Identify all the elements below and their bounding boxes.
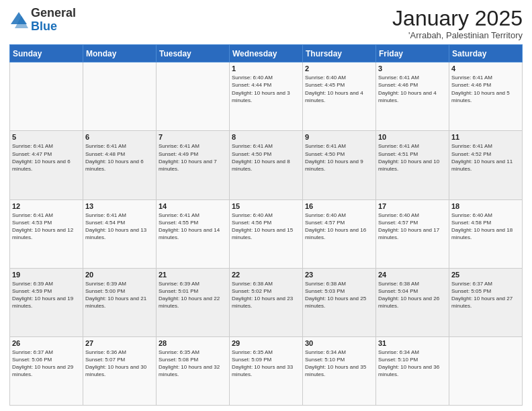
day-cell: 22Sunrise: 6:38 AM Sunset: 5:02 PM Dayli… [230,268,303,336]
week-row-2: 12Sunrise: 6:41 AM Sunset: 4:53 PM Dayli… [10,199,523,268]
day-number: 31 [378,339,447,347]
day-info: Sunrise: 6:39 AM Sunset: 4:59 PM Dayligh… [12,280,81,310]
day-info: Sunrise: 6:40 AM Sunset: 4:57 PM Dayligh… [378,212,447,242]
day-info: Sunrise: 6:40 AM Sunset: 4:58 PM Dayligh… [451,212,520,242]
day-info: Sunrise: 6:40 AM Sunset: 4:57 PM Dayligh… [305,212,373,242]
day-info: Sunrise: 6:41 AM Sunset: 4:55 PM Dayligh… [159,212,227,242]
day-cell: 29Sunrise: 6:35 AM Sunset: 5:09 PM Dayli… [230,336,303,405]
logo-icon [9,11,28,30]
day-number: 26 [12,339,81,347]
title-block: January 2025 'Arrabah, Palestinian Terri… [392,7,523,40]
day-cell: 7Sunrise: 6:41 AM Sunset: 4:49 PM Daylig… [157,131,230,199]
day-cell: 4Sunrise: 6:41 AM Sunset: 4:46 PM Daylig… [449,62,523,131]
day-number: 16 [305,202,373,210]
day-info: Sunrise: 6:41 AM Sunset: 4:50 PM Dayligh… [305,142,373,173]
day-cell: 10Sunrise: 6:41 AM Sunset: 4:51 PM Dayli… [376,131,449,199]
day-info: Sunrise: 6:41 AM Sunset: 4:47 PM Dayligh… [12,142,81,173]
day-number: 28 [159,339,227,347]
logo-general: General [31,7,76,20]
day-info: Sunrise: 6:41 AM Sunset: 4:51 PM Dayligh… [378,142,447,173]
day-cell: 12Sunrise: 6:41 AM Sunset: 4:53 PM Dayli… [10,199,83,268]
day-cell: 5Sunrise: 6:41 AM Sunset: 4:47 PM Daylig… [10,131,83,199]
day-info: Sunrise: 6:38 AM Sunset: 5:03 PM Dayligh… [305,280,373,310]
day-info: Sunrise: 6:41 AM Sunset: 4:46 PM Dayligh… [451,74,520,104]
logo-blue: Blue [31,20,76,34]
day-number: 2 [305,64,373,73]
day-info: Sunrise: 6:37 AM Sunset: 5:06 PM Dayligh… [12,349,81,379]
day-number: 9 [305,133,373,141]
day-info: Sunrise: 6:41 AM Sunset: 4:52 PM Dayligh… [451,142,520,173]
day-cell [449,336,523,405]
day-info: Sunrise: 6:36 AM Sunset: 5:07 PM Dayligh… [85,349,154,379]
day-number: 11 [451,133,520,141]
day-number: 10 [378,133,447,141]
week-row-4: 26Sunrise: 6:37 AM Sunset: 5:06 PM Dayli… [10,336,523,405]
header: General Blue January 2025 'Arrabah, Pale… [9,7,523,40]
day-cell: 18Sunrise: 6:40 AM Sunset: 4:58 PM Dayli… [449,199,523,268]
day-number: 20 [85,271,154,279]
weekday-header-thursday: Thursday [303,45,376,62]
logo-text: General Blue [31,7,76,34]
day-number: 18 [451,202,520,210]
day-info: Sunrise: 6:35 AM Sunset: 5:08 PM Dayligh… [159,349,227,379]
day-number: 30 [305,339,373,347]
day-cell [157,62,230,131]
day-number: 25 [451,271,520,279]
day-cell: 6Sunrise: 6:41 AM Sunset: 4:48 PM Daylig… [83,131,157,199]
day-info: Sunrise: 6:38 AM Sunset: 5:04 PM Dayligh… [378,280,447,310]
day-info: Sunrise: 6:41 AM Sunset: 4:53 PM Dayligh… [12,212,81,242]
day-number: 1 [232,64,300,73]
day-number: 24 [378,271,447,279]
day-number: 23 [305,271,373,279]
day-cell: 2Sunrise: 6:40 AM Sunset: 4:45 PM Daylig… [303,62,376,131]
day-cell: 1Sunrise: 6:40 AM Sunset: 4:44 PM Daylig… [230,62,303,131]
day-number: 29 [232,339,300,347]
day-number: 3 [378,64,447,73]
day-info: Sunrise: 6:39 AM Sunset: 5:01 PM Dayligh… [159,280,227,310]
day-cell [83,62,157,131]
weekday-header-wednesday: Wednesday [230,45,303,62]
day-cell: 19Sunrise: 6:39 AM Sunset: 4:59 PM Dayli… [10,268,83,336]
day-info: Sunrise: 6:34 AM Sunset: 5:10 PM Dayligh… [378,349,447,379]
day-number: 15 [232,202,300,210]
day-info: Sunrise: 6:41 AM Sunset: 4:54 PM Dayligh… [85,212,154,242]
day-cell: 17Sunrise: 6:40 AM Sunset: 4:57 PM Dayli… [376,199,449,268]
day-number: 14 [159,202,227,210]
day-cell: 13Sunrise: 6:41 AM Sunset: 4:54 PM Dayli… [83,199,157,268]
day-info: Sunrise: 6:40 AM Sunset: 4:45 PM Dayligh… [305,74,373,104]
weekday-header-row: SundayMondayTuesdayWednesdayThursdayFrid… [10,45,523,62]
month-title: January 2025 [392,7,523,30]
day-info: Sunrise: 6:37 AM Sunset: 5:05 PM Dayligh… [451,280,520,310]
day-cell: 9Sunrise: 6:41 AM Sunset: 4:50 PM Daylig… [303,131,376,199]
week-row-3: 19Sunrise: 6:39 AM Sunset: 4:59 PM Dayli… [10,268,523,336]
day-cell: 25Sunrise: 6:37 AM Sunset: 5:05 PM Dayli… [449,268,523,336]
day-cell: 23Sunrise: 6:38 AM Sunset: 5:03 PM Dayli… [303,268,376,336]
day-cell: 3Sunrise: 6:41 AM Sunset: 4:46 PM Daylig… [376,62,449,131]
day-number: 7 [159,133,227,141]
day-number: 27 [85,339,154,347]
day-info: Sunrise: 6:34 AM Sunset: 5:10 PM Dayligh… [305,349,373,379]
day-cell: 24Sunrise: 6:38 AM Sunset: 5:04 PM Dayli… [376,268,449,336]
day-info: Sunrise: 6:35 AM Sunset: 5:09 PM Dayligh… [232,349,300,379]
day-info: Sunrise: 6:41 AM Sunset: 4:49 PM Dayligh… [159,142,227,173]
day-cell: 8Sunrise: 6:41 AM Sunset: 4:50 PM Daylig… [230,131,303,199]
day-number: 17 [378,202,447,210]
week-row-0: 1Sunrise: 6:40 AM Sunset: 4:44 PM Daylig… [10,62,523,131]
day-info: Sunrise: 6:41 AM Sunset: 4:46 PM Dayligh… [378,74,447,104]
subtitle: 'Arrabah, Palestinian Territory [392,30,523,40]
day-number: 19 [12,271,81,279]
day-number: 4 [451,64,520,73]
weekday-header-friday: Friday [376,45,449,62]
day-cell: 11Sunrise: 6:41 AM Sunset: 4:52 PM Dayli… [449,131,523,199]
day-number: 6 [85,133,154,141]
day-cell: 15Sunrise: 6:40 AM Sunset: 4:56 PM Dayli… [230,199,303,268]
day-cell: 14Sunrise: 6:41 AM Sunset: 4:55 PM Dayli… [157,199,230,268]
day-info: Sunrise: 6:40 AM Sunset: 4:56 PM Dayligh… [232,212,300,242]
day-number: 22 [232,271,300,279]
calendar-table: SundayMondayTuesdayWednesdayThursdayFrid… [9,44,523,406]
day-number: 8 [232,133,300,141]
weekday-header-sunday: Sunday [10,45,83,62]
day-cell: 30Sunrise: 6:34 AM Sunset: 5:10 PM Dayli… [303,336,376,405]
weekday-header-tuesday: Tuesday [157,45,230,62]
day-info: Sunrise: 6:41 AM Sunset: 4:50 PM Dayligh… [232,142,300,173]
